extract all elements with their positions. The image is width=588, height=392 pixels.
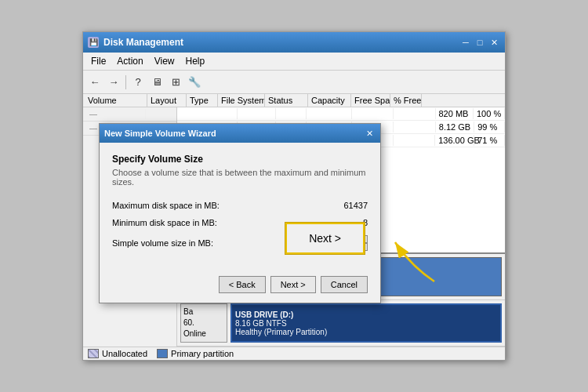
main-content: — — 820 MB 100 % xyxy=(83,107,505,347)
col-volume: Volume xyxy=(85,94,147,107)
arrow-svg xyxy=(387,234,450,289)
wizard-dialog: New Simple Volume Wizard ✕ Specify Volum… xyxy=(99,123,381,303)
dialog-close-button[interactable]: ✕ xyxy=(363,128,376,139)
help-toolbar-button[interactable]: ? xyxy=(129,74,147,91)
dialog-heading: Specify Volume Size xyxy=(112,154,368,165)
legend-unallocated: Unallocated xyxy=(88,349,147,358)
menu-view[interactable]: View xyxy=(150,54,180,68)
minimize-button[interactable]: ─ xyxy=(459,37,472,48)
back-button[interactable]: ← xyxy=(86,74,103,91)
window-title: Disk Management xyxy=(103,37,183,48)
legend-label-unallocated: Unallocated xyxy=(102,349,147,358)
max-disk-value: 61437 xyxy=(321,201,368,210)
max-disk-space-row: Maximum disk space in MB: 61437 xyxy=(112,201,368,210)
toolbar: ← → ? 🖥 ⊞ 🔧 xyxy=(83,71,505,94)
disk-icon: 💾 xyxy=(88,37,99,48)
disk-button[interactable]: ⊞ xyxy=(167,74,184,91)
title-bar-left: 💾 Disk Management xyxy=(88,37,183,48)
col-filesystem: File System xyxy=(218,94,265,107)
legend-primary: Primary partition xyxy=(157,349,234,358)
forward-button[interactable]: → xyxy=(105,74,122,91)
col-freespace: Free Spa... xyxy=(351,94,390,107)
maximize-button[interactable]: □ xyxy=(474,37,486,48)
properties-button[interactable]: 🖥 xyxy=(148,74,165,91)
menu-action[interactable]: Action xyxy=(112,54,147,68)
col-type: Type xyxy=(187,94,218,107)
disk-management-window: 💾 Disk Management ─ □ ✕ File Action View… xyxy=(82,31,506,361)
next-button-large[interactable]: Next > xyxy=(285,223,365,254)
legend-box-unallocated xyxy=(88,349,99,358)
menu-bar: File Action View Help xyxy=(83,53,505,71)
dialog-footer: Next > < Back Next > Cancel xyxy=(100,270,380,303)
status-bar: Unallocated Primary partition xyxy=(83,347,505,360)
back-dialog-button[interactable]: < Back xyxy=(219,276,266,293)
close-button[interactable]: ✕ xyxy=(488,37,500,48)
dialog-overlay: New Simple Volume Wizard ✕ Specify Volum… xyxy=(83,107,505,347)
next-dialog-button[interactable]: Next > xyxy=(270,276,316,293)
menu-file[interactable]: File xyxy=(86,54,111,68)
legend-label-primary: Primary partition xyxy=(171,349,234,358)
col-percentfree: % Free xyxy=(390,94,422,107)
arrow-annotation xyxy=(387,234,450,292)
dialog-title: New Simple Volume Wizard xyxy=(104,129,216,138)
col-status: Status xyxy=(265,94,308,107)
title-controls: ─ □ ✕ xyxy=(459,37,500,48)
dialog-subtext: Choose a volume size that is between the… xyxy=(112,168,368,187)
cancel-dialog-button[interactable]: Cancel xyxy=(321,276,368,293)
legend-box-primary xyxy=(157,349,168,358)
refresh-button[interactable]: 🔧 xyxy=(186,74,203,91)
col-capacity: Capacity xyxy=(308,94,351,107)
max-disk-label: Maximum disk space in MB: xyxy=(112,201,321,210)
column-headers: Volume Layout Type File System Status Ca… xyxy=(83,94,505,107)
title-bar: 💾 Disk Management ─ □ ✕ xyxy=(83,32,505,53)
col-layout: Layout xyxy=(147,94,187,107)
dialog-title-bar: New Simple Volume Wizard ✕ xyxy=(100,124,380,143)
volume-size-label: Simple volume size in MB: xyxy=(112,238,301,248)
menu-help[interactable]: Help xyxy=(181,54,210,68)
toolbar-separator-1 xyxy=(125,75,126,89)
